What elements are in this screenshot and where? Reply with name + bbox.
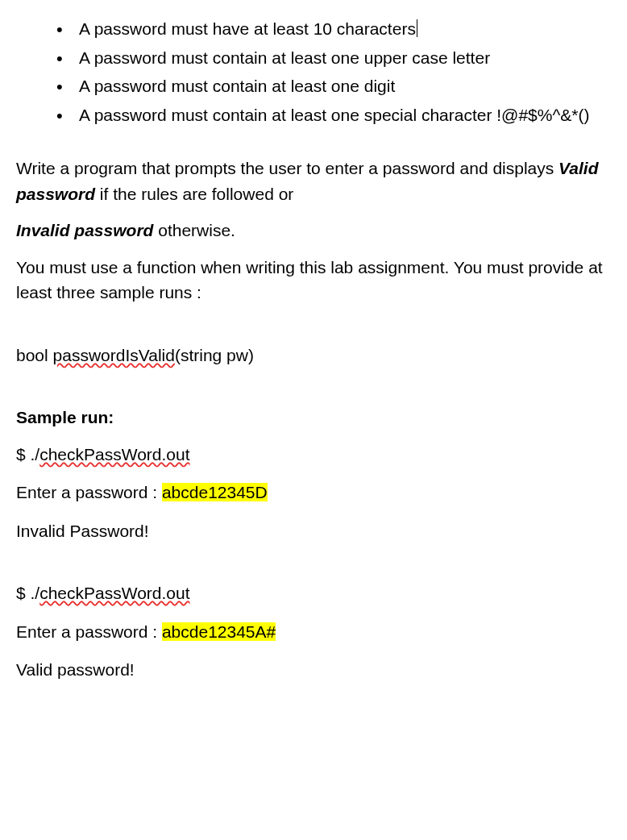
rule-text: A password must contain at least one spe… — [79, 106, 589, 124]
prompt-text: Enter a password : — [16, 622, 162, 641]
terminal-command-line: $ ./checkPassWord.out — [16, 580, 611, 606]
terminal-result-line: Invalid Password! — [16, 518, 611, 544]
list-item: A password must contain at least one dig… — [64, 73, 611, 99]
terminal-command-line: $ ./checkPassWord.out — [16, 442, 611, 468]
function-signature: bool passwordIsValid(string pw) — [16, 343, 611, 368]
prompt-text: Enter a password : — [16, 483, 162, 501]
function-args: (string pw) — [175, 346, 254, 364]
sample-run-header: Sample run: — [16, 405, 611, 430]
terminal-input-line: Enter a password : abcde12345A# — [16, 619, 611, 645]
text: You must use a function when writing thi… — [16, 258, 603, 302]
shell-prompt: $ ./ — [16, 584, 39, 602]
text: otherwise. — [153, 221, 235, 239]
rule-text: A password must contain at least one upp… — [79, 48, 490, 67]
list-item: A password must contain at least one upp… — [64, 45, 611, 71]
instruction-paragraph: Invalid password otherwise. — [16, 218, 611, 243]
user-input-highlight: abcde12345A# — [162, 622, 276, 641]
rule-text: A password must have at least 10 charact… — [79, 19, 416, 38]
list-item: A password must contain at least one spe… — [64, 102, 611, 128]
shell-prompt: $ ./ — [16, 445, 39, 464]
terminal-input-line: Enter a password : abcde12345D — [16, 480, 611, 505]
invalid-password-label: Invalid password — [16, 221, 153, 239]
instruction-paragraph: Write a program that prompts the user to… — [16, 156, 611, 206]
requirement-paragraph: You must use a function when writing thi… — [16, 255, 611, 306]
password-rules-list: A password must have at least 10 charact… — [64, 16, 611, 127]
text: if the rules are followed or — [95, 185, 293, 203]
executable-name: checkPassWord.out — [39, 584, 189, 602]
bool-keyword: bool — [16, 346, 53, 364]
function-name: passwordIsValid — [53, 346, 175, 364]
text: Write a program that prompts the user to… — [16, 159, 558, 177]
terminal-result-line: Valid password! — [16, 657, 611, 683]
rule-text: A password must contain at least one dig… — [79, 77, 395, 95]
executable-name: checkPassWord.out — [39, 445, 189, 464]
user-input-highlight: abcde12345D — [162, 483, 268, 501]
text-cursor-icon — [417, 19, 417, 37]
list-item: A password must have at least 10 charact… — [64, 16, 611, 42]
